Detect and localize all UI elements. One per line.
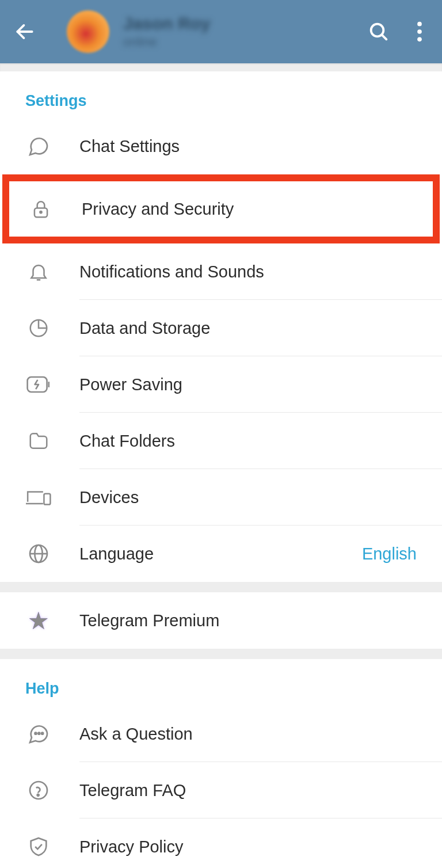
settings-item-label: Notifications and Sounds xyxy=(79,262,264,281)
svg-point-17 xyxy=(38,733,40,734)
settings-item-label: Data and Storage xyxy=(79,319,210,338)
back-arrow-icon xyxy=(14,21,36,43)
settings-section: Settings Chat Settings Privacy and Secur… xyxy=(0,71,442,582)
help-section-title: Help xyxy=(0,659,442,706)
svg-point-7 xyxy=(40,211,41,213)
svg-point-5 xyxy=(417,37,422,42)
settings-item-label: Telegram Premium xyxy=(79,611,219,630)
highlight-frame: Privacy and Security xyxy=(2,174,440,243)
svg-point-4 xyxy=(417,29,422,34)
more-button[interactable] xyxy=(417,20,422,43)
settings-item-devices[interactable]: Devices xyxy=(0,469,442,526)
help-item-ask-question[interactable]: Ask a Question xyxy=(0,706,442,762)
power-icon xyxy=(25,375,52,394)
back-button[interactable] xyxy=(14,21,36,43)
settings-item-label: Privacy and Security xyxy=(82,200,234,219)
svg-line-2 xyxy=(382,35,386,39)
svg-point-16 xyxy=(35,733,37,734)
settings-item-label: Chat Settings xyxy=(79,137,180,156)
folder-icon xyxy=(25,430,52,452)
settings-item-power-saving[interactable]: Power Saving xyxy=(0,356,442,413)
devices-icon xyxy=(25,488,52,507)
settings-item-label: Chat Folders xyxy=(79,432,175,451)
bell-icon xyxy=(25,261,52,283)
star-icon: ★ xyxy=(25,607,52,635)
profile-status: online xyxy=(123,35,353,50)
help-item-faq[interactable]: Telegram FAQ xyxy=(0,762,442,818)
globe-icon xyxy=(25,542,52,565)
help-item-label: Privacy Policy xyxy=(79,837,184,856)
settings-item-chat-settings[interactable]: Chat Settings xyxy=(0,118,442,174)
help-item-label: Telegram FAQ xyxy=(79,781,186,800)
profile-name: Jason Roy xyxy=(123,14,353,33)
faq-icon xyxy=(25,779,52,802)
settings-item-value: English xyxy=(362,545,417,564)
pie-icon xyxy=(25,317,52,339)
settings-item-telegram-premium[interactable]: ★ Telegram Premium xyxy=(0,592,442,649)
settings-item-data-storage[interactable]: Data and Storage xyxy=(0,300,442,356)
settings-section-title: Settings xyxy=(0,71,442,118)
svg-point-3 xyxy=(417,22,422,26)
search-button[interactable] xyxy=(367,20,390,43)
settings-item-label: Language xyxy=(79,545,154,564)
settings-item-label: Devices xyxy=(79,488,139,507)
ask-icon xyxy=(25,722,52,745)
svg-point-20 xyxy=(37,794,39,796)
header-title-block[interactable]: Jason Roy online xyxy=(123,14,353,50)
shield-icon xyxy=(25,835,52,858)
settings-item-label: Power Saving xyxy=(79,375,182,394)
settings-item-chat-folders[interactable]: Chat Folders xyxy=(0,413,442,469)
premium-section: ★ Telegram Premium xyxy=(0,592,442,649)
app-header: Jason Roy online xyxy=(0,0,442,63)
settings-item-language[interactable]: Language English xyxy=(0,526,442,582)
help-item-privacy-policy[interactable]: Privacy Policy xyxy=(0,818,442,868)
avatar[interactable] xyxy=(67,10,109,53)
chat-icon xyxy=(25,135,52,158)
more-icon xyxy=(417,20,422,43)
help-section: Help Ask a Question Telegram FAQ Privacy… xyxy=(0,659,442,868)
lock-icon xyxy=(28,198,54,220)
svg-rect-12 xyxy=(44,494,50,505)
settings-item-notifications[interactable]: Notifications and Sounds xyxy=(0,243,442,300)
search-icon xyxy=(367,20,390,43)
settings-item-privacy-security[interactable]: Privacy and Security xyxy=(9,181,433,237)
svg-point-18 xyxy=(41,733,43,734)
help-item-label: Ask a Question xyxy=(79,725,193,744)
